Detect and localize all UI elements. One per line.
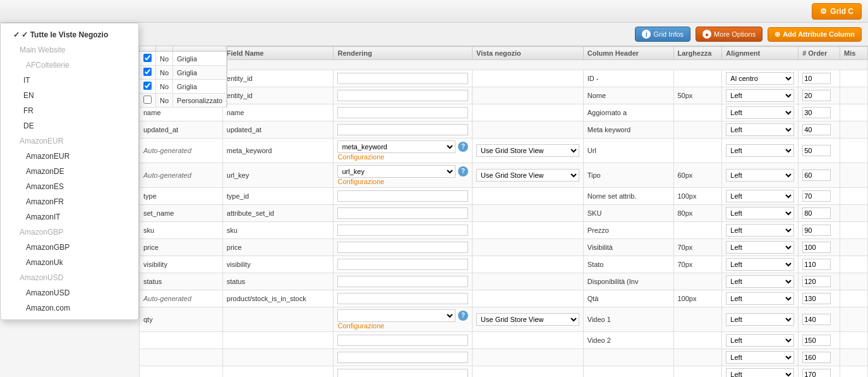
cell-vista[interactable] bbox=[473, 70, 584, 87]
cell-order[interactable] bbox=[799, 188, 840, 205]
dropdown-item[interactable]: Main Website bbox=[1, 42, 138, 58]
order-input[interactable] bbox=[802, 73, 831, 84]
cell-rendering[interactable] bbox=[334, 188, 473, 205]
cell-vista[interactable] bbox=[473, 366, 584, 378]
alignment-select[interactable]: Left Left Al centro Right bbox=[726, 190, 794, 202]
vista-select[interactable]: Use Grid Store View bbox=[476, 313, 579, 326]
dropdown-item[interactable]: AmazonGBP bbox=[1, 240, 138, 255]
rendering-input[interactable] bbox=[337, 207, 468, 219]
order-input[interactable] bbox=[802, 293, 831, 304]
order-input[interactable] bbox=[802, 170, 831, 181]
cell-vista[interactable] bbox=[473, 87, 584, 104]
cell-rendering[interactable] bbox=[334, 256, 473, 273]
cell-vista[interactable] bbox=[473, 332, 584, 349]
rendering-input[interactable] bbox=[337, 276, 468, 287]
cell-rendering[interactable] bbox=[334, 332, 473, 349]
cell-rendering[interactable]: meta_keyword ? Configurazione bbox=[334, 139, 473, 163]
cell-rendering[interactable]: ? Configurazione bbox=[334, 307, 473, 332]
rendering-select[interactable]: meta_keyword bbox=[337, 140, 455, 153]
order-input[interactable] bbox=[802, 352, 831, 363]
dropdown-item[interactable]: AmazonUSD bbox=[1, 285, 138, 300]
cell-order[interactable] bbox=[799, 290, 840, 307]
dropdown-item[interactable]: EN bbox=[1, 88, 138, 103]
order-input[interactable] bbox=[802, 207, 831, 219]
cell-order[interactable] bbox=[799, 104, 840, 121]
dropdown-item[interactable]: AmazonFR bbox=[1, 194, 138, 209]
cell-order[interactable] bbox=[799, 121, 840, 139]
order-input[interactable] bbox=[802, 145, 831, 156]
cell-rendering[interactable]: url_key ? Configurazione bbox=[334, 163, 473, 188]
vista-select[interactable]: Use Grid Store View bbox=[476, 144, 579, 157]
rendering-select[interactable] bbox=[337, 309, 455, 322]
dropdown-item[interactable]: AmazonIT bbox=[1, 209, 138, 225]
config-link[interactable]: Configurazione bbox=[337, 178, 384, 185]
cell-order[interactable] bbox=[799, 332, 840, 349]
cell-vista[interactable]: Use Grid Store View bbox=[473, 307, 584, 332]
alignment-select[interactable]: Left Left Al centro Right bbox=[726, 258, 794, 271]
alignment-select[interactable]: Left Left Al centro Right bbox=[726, 368, 794, 377]
dropdown-item[interactable]: Amazon.com bbox=[1, 300, 138, 316]
order-input[interactable] bbox=[802, 124, 831, 135]
cell-order[interactable] bbox=[799, 349, 840, 366]
cell-alignment[interactable]: Left Left Al centro Right bbox=[722, 349, 799, 366]
cell-vista[interactable] bbox=[473, 205, 584, 222]
cell-order[interactable] bbox=[799, 163, 840, 188]
order-input[interactable] bbox=[802, 242, 831, 253]
dropdown-item[interactable]: AmazonUSD bbox=[1, 270, 138, 285]
cell-order[interactable] bbox=[799, 205, 840, 222]
cell-order[interactable] bbox=[799, 273, 840, 290]
alignment-select[interactable]: Left Left Al centro Right bbox=[726, 207, 794, 219]
dropdown-item[interactable]: FR bbox=[1, 103, 138, 118]
dropdown-item[interactable]: AmazonEUR bbox=[1, 149, 138, 164]
dropdown-item[interactable]: IT bbox=[1, 73, 138, 88]
cell-vista[interactable] bbox=[473, 290, 584, 307]
rendering-input[interactable] bbox=[337, 73, 468, 84]
cell-alignment[interactable]: Left Left Al centro Right bbox=[722, 332, 799, 349]
cell-alignment[interactable]: Left Left Al centro Right bbox=[722, 121, 799, 139]
cell-alignment[interactable]: Left Left Al centro Right bbox=[722, 273, 799, 290]
cell-alignment[interactable]: Left Left Al centro Right bbox=[722, 239, 799, 256]
alignment-select[interactable]: Left Left Al centro Right bbox=[726, 275, 794, 288]
alignment-select[interactable]: Left Left Al centro Right bbox=[726, 292, 794, 305]
alignment-select[interactable]: Left Left Al centro Right bbox=[726, 123, 794, 136]
add-attribute-button[interactable]: ⊕ Add Attribute Column bbox=[768, 27, 862, 42]
alignment-select[interactable]: Left Left Al centro Right bbox=[726, 334, 794, 347]
dropdown-item[interactable]: AmazonDE bbox=[1, 164, 138, 179]
cell-vista[interactable] bbox=[473, 349, 584, 366]
dropdown-item[interactable]: DE bbox=[1, 118, 138, 133]
cell-alignment[interactable]: Left Left Al centro Right bbox=[722, 290, 799, 307]
cell-vista[interactable] bbox=[473, 273, 584, 290]
more-options-button[interactable]: ● More Options bbox=[696, 27, 763, 42]
store-view-dropdown[interactable]: ✓ Tutte le Viste NegozioMain WebsiteAFCo… bbox=[0, 23, 139, 320]
row-checkbox[interactable] bbox=[143, 82, 152, 90]
config-link[interactable]: Configurazione bbox=[337, 322, 384, 330]
cell-vista[interactable] bbox=[473, 239, 584, 256]
cell-rendering[interactable] bbox=[334, 87, 473, 104]
dropdown-item[interactable]: ✓ Tutte le Viste Negozio bbox=[1, 27, 138, 42]
cell-order[interactable] bbox=[799, 307, 840, 332]
cell-rendering[interactable] bbox=[334, 121, 473, 139]
rendering-input[interactable] bbox=[337, 335, 468, 346]
cell-vista[interactable] bbox=[473, 256, 584, 273]
rendering-input[interactable] bbox=[337, 242, 468, 253]
cell-order[interactable] bbox=[799, 87, 840, 104]
rendering-input[interactable] bbox=[337, 352, 468, 363]
rendering-input[interactable] bbox=[337, 90, 468, 101]
alignment-select[interactable]: Left Left Al centro Right bbox=[726, 144, 794, 157]
cell-alignment[interactable]: Left Left Al centro Right bbox=[722, 139, 799, 163]
cell-order[interactable] bbox=[799, 239, 840, 256]
rendering-input[interactable] bbox=[337, 293, 468, 304]
rendering-input[interactable] bbox=[337, 107, 468, 118]
row-checkbox[interactable] bbox=[143, 68, 152, 76]
cell-alignment[interactable]: Left Left Al centro Right bbox=[722, 256, 799, 273]
rendering-input[interactable] bbox=[337, 369, 468, 377]
row-checkbox[interactable] bbox=[143, 54, 152, 62]
order-input[interactable] bbox=[802, 107, 831, 118]
alignment-select[interactable]: Al centro Left Al centro Right bbox=[726, 72, 794, 85]
cell-rendering[interactable] bbox=[334, 222, 473, 239]
cell-vista[interactable] bbox=[473, 222, 584, 239]
vista-select[interactable]: Use Grid Store View bbox=[476, 169, 579, 182]
config-link[interactable]: Configurazione bbox=[337, 153, 384, 161]
cell-order[interactable] bbox=[799, 139, 840, 163]
order-input[interactable] bbox=[802, 225, 831, 236]
